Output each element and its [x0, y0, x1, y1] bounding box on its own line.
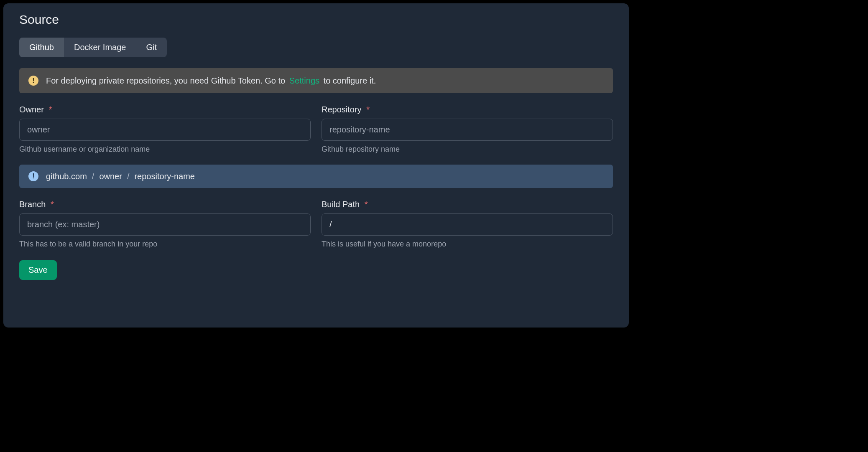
repo-url-crumbs: github.com / owner / repository-name	[46, 172, 195, 181]
repo-name: repository-name	[134, 172, 195, 181]
build-path-hint: This is useful if you have a monorepo	[322, 240, 613, 249]
repo-url-preview: ! github.com / owner / repository-name	[19, 165, 613, 188]
tab-github[interactable]: Github	[19, 38, 64, 57]
build-path-input[interactable]	[322, 213, 613, 236]
separator-icon: /	[127, 172, 130, 181]
warning-text-after: to configure it.	[324, 76, 376, 85]
warning-text: For deploying private repositories, you …	[46, 76, 376, 86]
branch-hint: This has to be a valid branch in your re…	[19, 240, 311, 249]
build-path-field-group: Build Path * This is useful if you have …	[322, 200, 613, 249]
exclamation-icon: !	[28, 76, 38, 86]
tab-git[interactable]: Git	[136, 38, 167, 57]
page-title: Source	[19, 13, 613, 27]
required-mark: *	[49, 105, 52, 114]
branch-label: Branch *	[19, 200, 311, 209]
repository-hint: Github repository name	[322, 145, 613, 154]
repo-host: github.com	[46, 172, 87, 181]
repository-input[interactable]	[322, 119, 613, 141]
required-mark: *	[51, 200, 54, 209]
required-mark: *	[365, 200, 368, 209]
required-mark: *	[366, 105, 370, 114]
github-token-warning: ! For deploying private repositories, yo…	[19, 68, 613, 93]
info-icon: !	[28, 171, 38, 181]
owner-field-group: Owner * Github username or organization …	[19, 105, 311, 154]
owner-hint: Github username or organization name	[19, 145, 311, 154]
source-panel: Source Github Docker Image Git ! For dep…	[3, 3, 630, 328]
owner-label: Owner *	[19, 105, 311, 114]
branch-input[interactable]	[19, 213, 311, 236]
save-button[interactable]: Save	[19, 260, 57, 280]
repository-field-group: Repository * Github repository name	[322, 105, 613, 154]
tab-docker-image[interactable]: Docker Image	[64, 38, 136, 57]
owner-input[interactable]	[19, 119, 311, 141]
repo-owner: owner	[99, 172, 122, 181]
repository-label: Repository *	[322, 105, 613, 114]
branch-field-group: Branch * This has to be a valid branch i…	[19, 200, 311, 249]
build-path-label: Build Path *	[322, 200, 613, 209]
source-tabs: Github Docker Image Git	[19, 38, 167, 57]
separator-icon: /	[92, 172, 94, 181]
warning-text-before: For deploying private repositories, you …	[46, 76, 288, 85]
settings-link[interactable]: Settings	[289, 76, 319, 85]
